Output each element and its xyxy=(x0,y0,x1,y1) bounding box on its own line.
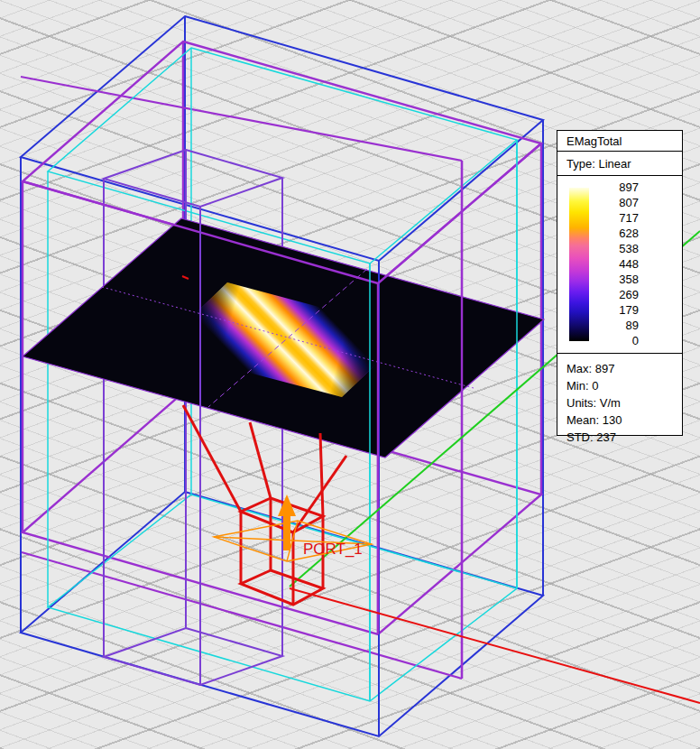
scale-value: 0 xyxy=(585,334,639,348)
scale-value: 897 xyxy=(585,180,639,195)
port-label: PORT_1 xyxy=(303,541,363,558)
legend-scale-type: Type: Linear xyxy=(557,152,682,176)
scale-value: 628 xyxy=(585,227,639,241)
field-legend-panel[interactable]: EMagTotal Type: Linear 897 807 717 628 5… xyxy=(557,130,683,436)
legend-title: EMagTotal xyxy=(557,131,682,152)
scale-value: 89 xyxy=(585,319,639,333)
legend-statistics: Max: 897 Min: 0 Units: V/m Mean: 130 STD… xyxy=(557,354,682,446)
stat-mean: Mean: 130 xyxy=(566,411,682,429)
scale-value: 358 xyxy=(585,273,639,287)
stat-units: Units: V/m xyxy=(566,394,682,411)
legend-colorbar-section: 897 807 717 628 538 448 358 269 179 89 0 xyxy=(557,176,682,354)
stat-std: STD: 237 xyxy=(566,429,682,446)
stat-min: Min: 0 xyxy=(566,377,682,394)
scale-value: 538 xyxy=(585,242,639,256)
scale-value: 717 xyxy=(585,211,639,226)
3d-modeler-viewport[interactable]: PORT_1 EMagTotal Type: Linear 897 807 71… xyxy=(0,0,700,749)
scale-value: 448 xyxy=(585,257,639,272)
scale-value: 179 xyxy=(585,303,639,318)
stat-max: Max: 897 xyxy=(566,360,682,377)
scale-value: 807 xyxy=(585,196,639,210)
field-plane[interactable] xyxy=(23,218,544,458)
scale-value: 269 xyxy=(585,288,639,302)
